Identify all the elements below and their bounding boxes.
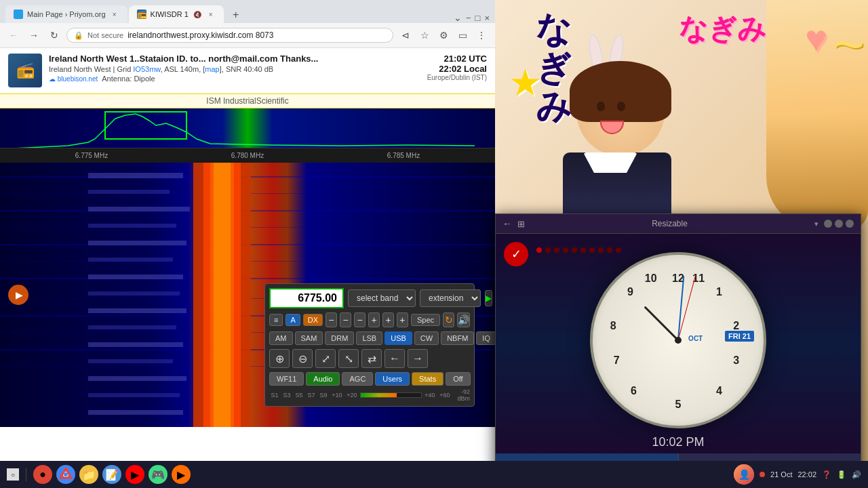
browser-chrome: 🌐 Main Page › Priyom.org × 📻 KIWISDR 1 🔇… <box>0 0 495 23</box>
clock-maximize-button[interactable] <box>835 220 843 228</box>
maximize-button[interactable]: □ <box>475 13 481 23</box>
mode-iq[interactable]: IQ <box>476 331 495 345</box>
mode-lsb[interactable]: LSB <box>356 331 382 345</box>
vol-mid3-icon[interactable]: + <box>368 312 380 327</box>
tab-kiwisdr[interactable]: 📻 KIWISDR 1 🔇 × <box>129 5 224 23</box>
vol-mid4-icon[interactable]: + <box>382 312 394 327</box>
station-header: 📻 Ireland North West 1..Stataion ID. to.… <box>0 48 495 94</box>
frequency-input[interactable] <box>269 288 344 308</box>
svg-rect-28 <box>88 173 183 178</box>
tab1-favicon: 🌐 <box>14 9 23 19</box>
red-check-button[interactable]: ✓ <box>504 242 528 266</box>
mode-nbfm[interactable]: NBFM <box>441 331 474 345</box>
clock-face-container: 12 1 2 3 4 5 6 7 8 9 10 11 FRI 21 OCT <box>590 252 766 428</box>
taskbar-separator-1 <box>26 468 26 481</box>
sig-s7: S7 <box>306 392 317 399</box>
mode-cw[interactable]: CW <box>414 331 439 345</box>
spectrum-display[interactable]: 6.775 MHz 6.780 MHz 6.785 MHz <box>0 108 495 163</box>
new-tab-button[interactable]: + <box>228 7 244 23</box>
mode-am[interactable]: AM <box>269 331 293 345</box>
clock-back-button[interactable]: ← <box>502 218 512 229</box>
taskbar-icon-docs[interactable]: 📝 <box>102 465 121 484</box>
clock-minimize-button[interactable] <box>824 220 832 228</box>
more-button[interactable]: ⋮ <box>473 27 490 43</box>
bookmark-button[interactable]: ☆ <box>416 27 433 43</box>
waterfall-display[interactable]: ▶ select band extension ▶ ≡ <box>0 163 495 427</box>
dx-button[interactable]: DX <box>303 314 323 326</box>
vol-down-icon[interactable]: − <box>326 312 337 327</box>
close-button[interactable]: × <box>484 13 490 23</box>
nav-actions: ⊲ ☆ ⚙ ▭ ⋮ <box>397 27 490 43</box>
taskbar-icon-files[interactable]: 📁 <box>79 465 98 484</box>
volume-taskbar-icon[interactable]: 🔊 <box>852 470 861 479</box>
map-link[interactable]: map <box>205 65 219 73</box>
band-select[interactable]: select band <box>348 289 416 307</box>
bluebison-link[interactable]: ☁ bluebison.net <box>49 75 98 83</box>
spec-button[interactable]: Spec <box>411 314 440 326</box>
signal-bar: S1 S3 S5 S7 S9 +10 +20 +40 +60 -92 dBm <box>269 388 470 402</box>
next-button[interactable]: → <box>408 349 428 368</box>
play-overlay-button[interactable]: ▶ <box>8 285 28 305</box>
volume-icon[interactable]: 🔊 <box>457 312 470 327</box>
lock-icon: 🔒 <box>74 31 83 40</box>
ism-banner: ISM IndustrialScientific <box>0 94 495 108</box>
svg-point-45 <box>64 472 68 476</box>
clock-close-button[interactable] <box>846 220 854 228</box>
clock-content: ✓ 12 1 2 3 4 5 6 7 <box>496 234 861 453</box>
tab1-close-icon[interactable]: × <box>110 9 119 19</box>
taskbar-icon-games[interactable]: 🎮 <box>149 465 167 484</box>
swap-button[interactable]: ⇄ <box>361 349 382 368</box>
panel-tab-agc[interactable]: AGC <box>342 372 373 386</box>
back-button[interactable]: ← <box>5 27 22 43</box>
compress-button[interactable]: ⤡ <box>338 349 359 368</box>
mode-sam[interactable]: SAM <box>295 331 323 345</box>
svg-rect-32 <box>88 241 186 245</box>
tab-overflow-button[interactable]: ⌄ <box>454 12 462 23</box>
address-bar[interactable]: 🔒 Not secure irelandnorthwest.proxy.kiwi… <box>66 28 393 43</box>
expand-button[interactable]: ⤢ <box>315 349 336 368</box>
panel-tab-stats[interactable]: Stats <box>412 372 443 386</box>
tab2-mute-icon[interactable]: 🔇 <box>193 9 202 19</box>
panel-tab-audio[interactable]: Audio <box>306 372 340 386</box>
stream-play-button[interactable]: ▶ <box>485 290 492 306</box>
panel-tab-users[interactable]: Users <box>375 372 410 386</box>
taskbar-avatar[interactable]: 👤 <box>734 464 754 485</box>
a-button[interactable]: A <box>285 314 300 326</box>
cast-button[interactable]: ▭ <box>454 27 471 43</box>
vol-mid2-icon[interactable]: − <box>354 312 366 327</box>
mode-usb[interactable]: USB <box>384 331 412 345</box>
taskbar-icon-record[interactable]: ● <box>33 465 52 484</box>
anime-star: ★ <box>509 61 542 104</box>
prev-button[interactable]: ← <box>384 349 405 368</box>
refresh-button[interactable]: ↻ <box>46 27 62 43</box>
chrome-settings-button[interactable]: ⚙ <box>435 27 452 43</box>
clock-face: 12 1 2 3 4 5 6 7 8 9 10 11 FRI 21 OCT <box>590 252 766 428</box>
tab-main-page[interactable]: 🌐 Main Page › Priyom.org × <box>5 5 127 23</box>
share-button[interactable]: ⊲ <box>397 27 414 43</box>
zoom-out-button[interactable]: ⊖ <box>292 349 313 368</box>
sig-s9: S9 <box>318 392 329 399</box>
taskbar-right: 👤 21 Oct 22:02 ❓ 🔋 🔊 <box>734 464 861 485</box>
minimize-button[interactable]: − <box>466 13 471 23</box>
forward-button[interactable]: → <box>26 27 42 43</box>
clock-dropdown-icon[interactable]: ▾ <box>814 220 818 228</box>
vol-up-icon[interactable]: + <box>397 312 408 327</box>
system-icon: ○ <box>7 468 19 481</box>
sig-plus60: +60 <box>438 392 452 399</box>
taskbar-icon-chrome[interactable] <box>56 465 75 484</box>
taskbar-icon-youtube[interactable]: ▶ <box>125 465 144 484</box>
browser-content: 📻 Ireland North West 1..Stataion ID. to.… <box>0 48 495 488</box>
vol-mid1-icon[interactable]: − <box>340 312 351 327</box>
panel-tab-off[interactable]: Off <box>446 372 470 386</box>
mode-drm[interactable]: DRM <box>325 331 354 345</box>
taskbar-icon-play[interactable]: ▶ <box>172 465 191 484</box>
zoom-in-button[interactable]: ⊕ <box>269 349 290 368</box>
tab2-close-icon[interactable]: × <box>206 9 216 19</box>
panel-tab-wf11[interactable]: WF11 <box>269 372 304 386</box>
menu-button[interactable]: ≡ <box>269 314 283 326</box>
grid-link[interactable]: IO53mw <box>133 65 160 73</box>
freq-label-1: 6.775 MHz <box>75 152 108 159</box>
clock-num-3: 3 <box>733 354 739 367</box>
refresh-icon[interactable]: ↻ <box>443 312 454 327</box>
extension-select[interactable]: extension <box>420 289 481 307</box>
